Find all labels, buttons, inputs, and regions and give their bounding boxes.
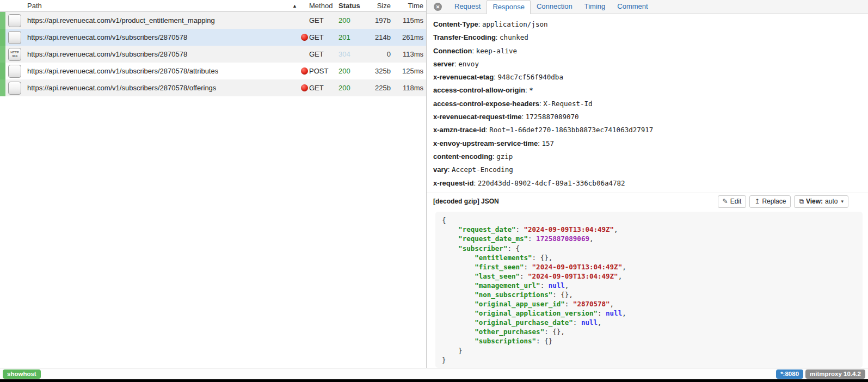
json-token-str: "2870578" (573, 300, 610, 308)
copy-icon: ⧉ (799, 198, 804, 205)
document-icon (8, 31, 21, 44)
tab-timing[interactable]: Timing (578, 0, 612, 14)
json-token-key: "request_date_ms" (458, 235, 528, 243)
response-header-line: Transfer-Encoding: chunked (433, 30, 868, 44)
json-token-plain: } (442, 356, 446, 364)
json-token-plain: : (515, 225, 524, 233)
json-token-plain: , (622, 263, 626, 271)
json-token-num: 1725887089069 (536, 235, 589, 243)
json-token-plain: , (610, 300, 614, 308)
json-token-plain (442, 235, 458, 243)
flow-row[interactable]: https://api.revenuecat.com/v1/subscriber… (0, 79, 426, 96)
http-icon-text-top: HTTP (10, 51, 19, 54)
json-token-plain (442, 309, 475, 317)
json-token-plain: : (528, 235, 536, 243)
tab-request[interactable]: Request (448, 0, 487, 14)
json-token-plain: : {}, (544, 328, 565, 336)
json-line: "request_date": "2024-09-09T13:04:49Z", (442, 225, 856, 234)
json-token-str: "2024-09-09T13:04:49Z" (532, 263, 623, 271)
flow-size: 325b (359, 67, 391, 75)
flow-row[interactable]: https://api.revenuecat.com/v1/subscriber… (0, 63, 426, 79)
flow-time: 113ms (391, 50, 426, 58)
header-value: Root=1-66def270-1863bb8873ec741063d27917 (489, 126, 653, 134)
response-header-line: access-control-expose-headers: X-Request… (433, 97, 868, 110)
window-bottom-edge (0, 379, 868, 382)
tab-response[interactable]: Response (487, 0, 531, 14)
flow-list-header: Path▲MethodStatusSizeTime (0, 0, 426, 12)
flow-row[interactable]: HTTP304https://api.revenuecat.com/v1/sub… (0, 46, 426, 63)
flow-marker-strip (0, 79, 5, 96)
json-line: "management_url": null, (442, 281, 856, 290)
json-line: "subscriber": { (442, 244, 856, 253)
flow-marker-strip (0, 63, 5, 79)
column-header-time[interactable]: Time (391, 0, 426, 11)
json-token-plain (442, 254, 475, 262)
column-header-method[interactable]: Method (299, 0, 334, 11)
flow-size: 0 (359, 50, 391, 58)
response-header-line: Content-Type: application/json (433, 17, 868, 30)
column-header-status[interactable]: Status (334, 0, 359, 11)
edit-button[interactable]: ✎ Edit (718, 195, 747, 208)
document-icon (8, 65, 21, 78)
flow-status: 200 (334, 16, 359, 24)
column-header-path-label: Path (27, 2, 42, 10)
content-meta-row: [decoded gzip] JSON ✎ Edit ↥ Replace ⧉ V (427, 193, 868, 210)
flow-size: 225b (359, 84, 391, 92)
response-header-line: content-encoding: gzip (433, 150, 868, 163)
red-marker-icon (301, 84, 308, 91)
flow-status: 200 (334, 84, 359, 92)
column-header-path[interactable]: Path▲ (24, 0, 299, 11)
json-token-plain (442, 328, 475, 336)
header-value: 1725887089070 (526, 113, 579, 121)
json-token-plain: } (442, 347, 463, 355)
flow-row[interactable]: https://api.revenuecat.com/v1/subscriber… (0, 29, 426, 46)
header-value: keep-alive (476, 47, 517, 55)
flow-path-text: https://api.revenuecat.com/v1/subscriber… (27, 33, 187, 41)
tab-comment[interactable]: Comment (611, 0, 654, 14)
flow-time: 261ms (391, 33, 426, 41)
header-name: Transfer-Encoding (433, 33, 496, 41)
flow-time: 115ms (391, 16, 426, 24)
flow-path: https://api.revenuecat.com/v1/subscriber… (24, 84, 299, 92)
header-name: x-envoy-upstream-service-time (433, 139, 538, 147)
json-token-null: null (606, 309, 622, 317)
response-header-line: access-control-allow-origin: * (433, 83, 868, 96)
response-tab-content: Content-Type: application/jsonTransfer-E… (427, 14, 868, 368)
flow-method: GET (299, 16, 334, 24)
json-line: "entitlements": {}, (442, 253, 856, 262)
flow-list-empty-area (0, 96, 426, 368)
tab-connection[interactable]: Connection (531, 0, 578, 14)
json-line: "subscriptions": {} (442, 336, 856, 346)
column-header-size[interactable]: Size (359, 0, 391, 11)
response-header-line: x-envoy-upstream-service-time: 157 (433, 137, 868, 150)
close-icon[interactable]: ✕ (434, 3, 442, 11)
header-value: gzip (496, 152, 513, 161)
flow-method: POST (299, 67, 334, 75)
json-line: } (442, 346, 856, 355)
json-token-key: "original_application_version" (475, 309, 598, 317)
json-token-key: "entitlements" (475, 254, 532, 262)
header-value: chunked (500, 33, 528, 41)
replace-button[interactable]: ↥ Replace (749, 195, 791, 208)
header-name: x-request-id (433, 179, 473, 187)
json-token-plain: : {}, (552, 291, 573, 299)
json-token-key: "last_seen" (475, 272, 520, 280)
flow-method: GET (299, 33, 334, 41)
flow-time: 125ms (391, 67, 426, 75)
edit-icon: ✎ (723, 198, 728, 205)
http-304-document-icon: HTTP304 (8, 48, 21, 61)
document-icon (8, 82, 21, 95)
json-line: "original_purchase_date": null, (442, 318, 856, 327)
flow-row[interactable]: https://api.revenuecat.com/v1/product_en… (0, 12, 426, 29)
json-body-viewer[interactable]: { "request_date": "2024-09-09T13:04:49Z"… (435, 212, 863, 368)
chevron-down-icon: ▾ (841, 199, 844, 204)
footer-right-badges: *:8080 mitmproxy 10.4.2 (776, 369, 865, 379)
response-header-line: server: envoy (433, 57, 868, 70)
flow-path-text: https://api.revenuecat.com/v1/subscriber… (27, 84, 216, 92)
view-mode-button[interactable]: ⧉ View: auto ▾ (794, 195, 848, 208)
flow-icon-cell (5, 79, 24, 96)
flow-rows: https://api.revenuecat.com/v1/product_en… (0, 12, 426, 96)
flow-path: https://api.revenuecat.com/v1/subscriber… (24, 33, 299, 41)
header-value: envoy (458, 60, 479, 68)
json-token-plain: , (622, 309, 626, 317)
